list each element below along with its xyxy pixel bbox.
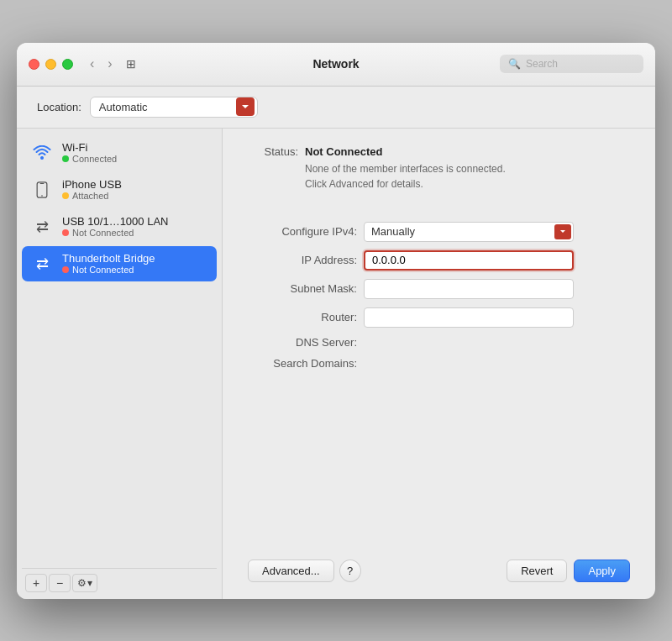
search-input[interactable] (526, 58, 635, 70)
location-select-wrapper: Automatic (90, 97, 258, 118)
sidebar-item-usb-lan[interactable]: ⇄ USB 10/1…1000 LAN Not Connected (22, 209, 217, 244)
thunderbolt-icon: ⇄ (36, 255, 49, 273)
main-content: Wi-Fi Connected (17, 129, 655, 599)
remove-network-button[interactable]: − (49, 574, 71, 592)
thunderbolt-status: Not Connected (62, 265, 155, 275)
usb-icon: ⇄ (36, 218, 49, 236)
iphone-usb-status: Attached (62, 191, 122, 201)
search-domains-label: Search Domains: (248, 357, 357, 370)
ip-address-input[interactable] (364, 250, 574, 271)
ip-address-row: IP Address: (248, 250, 630, 271)
help-button[interactable]: ? (339, 560, 361, 582)
maximize-button[interactable] (62, 59, 73, 70)
thunderbolt-name: Thunderbolt Bridge (62, 252, 155, 265)
status-row: Status: Not Connected (248, 145, 630, 158)
usb-lan-name: USB 10/1…1000 LAN (62, 215, 168, 228)
add-network-button[interactable]: + (25, 574, 47, 592)
configure-ipv4-row: Configure IPv4: Manually Using DHCP Usin… (248, 222, 630, 242)
iphone-usb-name: iPhone USB (62, 178, 122, 191)
subnet-mask-label: Subnet Mask: (248, 282, 357, 295)
wifi-icon (32, 145, 52, 160)
minimize-button[interactable] (45, 59, 56, 70)
location-bar: Location: Automatic (17, 87, 655, 129)
configure-ipv4-select-wrapper: Manually Using DHCP Using DHCP with manu… (364, 222, 574, 242)
router-input[interactable] (364, 307, 574, 328)
location-select[interactable]: Automatic (90, 97, 258, 118)
thunderbolt-status-dot (62, 266, 69, 273)
window-title: Network (312, 57, 359, 71)
close-button[interactable] (29, 59, 39, 70)
wifi-info: Wi-Fi Connected (62, 141, 117, 164)
svg-point-0 (40, 156, 44, 160)
status-label: Status: (248, 145, 298, 158)
detail-panel: Status: Not Connected None of the member… (223, 129, 655, 599)
thunderbolt-icon-container: ⇄ (30, 252, 54, 276)
thunderbolt-info: Thunderbolt Bridge Not Connected (62, 252, 155, 275)
gear-icon: ⚙ (77, 577, 87, 589)
action-buttons: Revert Apply (507, 560, 630, 582)
dns-server-label: DNS Server: (248, 336, 357, 349)
usb-lan-info: USB 10/1…1000 LAN Not Connected (62, 215, 168, 238)
phone-icon (34, 181, 50, 198)
search-domains-row: Search Domains: (248, 357, 630, 370)
forward-button[interactable]: › (102, 55, 117, 73)
sidebar-item-thunderbolt[interactable]: ⇄ Thunderbolt Bridge Not Connected (22, 246, 217, 281)
gear-button[interactable]: ⚙ ▾ (72, 574, 97, 592)
sidebar: Wi-Fi Connected (17, 129, 223, 599)
usb-lan-status-dot (62, 229, 69, 236)
revert-button[interactable]: Revert (507, 560, 567, 582)
configure-ipv4-select[interactable]: Manually Using DHCP Using DHCP with manu… (364, 222, 574, 242)
location-label: Location: (37, 101, 81, 113)
svg-point-3 (41, 195, 43, 197)
back-button[interactable]: ‹ (85, 55, 99, 73)
router-label: Router: (248, 311, 357, 323)
traffic-lights (29, 59, 73, 70)
network-list: Wi-Fi Connected (22, 135, 217, 568)
titlebar: ‹ › ⊞ Network 🔍 (17, 43, 655, 87)
bottom-row: Advanced... ? Revert Apply (248, 560, 630, 582)
form-section: Configure IPv4: Manually Using DHCP Usin… (248, 222, 630, 370)
phone-icon-container (30, 178, 54, 202)
sidebar-item-iphone-usb[interactable]: iPhone USB Attached (22, 172, 217, 208)
advanced-button[interactable]: Advanced... (248, 560, 334, 582)
usb-lan-status: Not Connected (62, 228, 168, 238)
ip-address-label: IP Address: (248, 254, 357, 266)
router-row: Router: (248, 307, 630, 328)
iphone-status-dot (62, 192, 69, 199)
advanced-section: Advanced... ? (248, 560, 361, 582)
wifi-status: Connected (62, 154, 117, 164)
subnet-mask-input[interactable] (364, 279, 574, 299)
search-bar[interactable]: 🔍 (500, 55, 643, 73)
titlebar-nav: ‹ › ⊞ (85, 55, 136, 73)
configure-ipv4-label: Configure IPv4: (248, 225, 357, 238)
search-icon: 🔍 (508, 58, 521, 70)
svg-rect-2 (40, 183, 45, 184)
chevron-down-icon: ▾ (87, 577, 92, 589)
subnet-mask-row: Subnet Mask: (248, 279, 630, 299)
grid-icon[interactable]: ⊞ (126, 57, 136, 71)
wifi-icon-container (30, 141, 54, 165)
sidebar-toolbar: + − ⚙ ▾ (22, 568, 217, 592)
apply-button[interactable]: Apply (574, 560, 630, 582)
status-section: Status: Not Connected None of the member… (248, 145, 630, 205)
wifi-status-dot (62, 155, 69, 162)
status-description: None of the member interfaces is connect… (305, 161, 630, 192)
dns-server-row: DNS Server: (248, 336, 630, 349)
status-value: Not Connected (305, 145, 382, 158)
iphone-usb-info: iPhone USB Attached (62, 178, 122, 201)
wifi-name: Wi-Fi (62, 141, 117, 154)
network-preferences-window: ‹ › ⊞ Network 🔍 Location: Automatic (17, 43, 655, 599)
usb-icon-container: ⇄ (30, 215, 54, 239)
sidebar-item-wifi[interactable]: Wi-Fi Connected (22, 135, 217, 171)
